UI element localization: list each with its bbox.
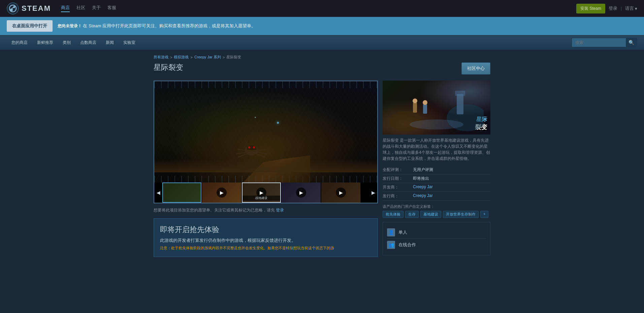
sec-nav-points[interactable]: 点数商店 [75, 35, 101, 50]
steam-icon [7, 2, 19, 15]
meta-review-value: 无用户评测 [413, 167, 433, 173]
thumbnail-3[interactable]: ▶ 战地建设 [242, 182, 281, 203]
top-bar: STEAM 商店 社区 关于 客服 安装 Steam 登录 | 语言 ▾ [0, 0, 644, 17]
sec-nav-fresh[interactable]: 新鲜推荐 [32, 35, 58, 50]
svg-point-3 [13, 6, 15, 8]
nav-community[interactable]: 社区 [76, 5, 85, 12]
game-right: 星际 裂变 星际裂变 是一款第一人称开放世界基地建设游戏，具有先进的战斗和大量的… [383, 81, 490, 257]
tag-more[interactable]: + [480, 211, 488, 218]
ground-glow [154, 159, 377, 172]
nav-store[interactable]: 商店 [61, 5, 70, 12]
thumb-scroll-right[interactable]: ▶ [369, 182, 377, 203]
screenshot-bg [154, 81, 377, 182]
breadcrumb-creepy-jar-series[interactable]: Creepy Jar 系列 [194, 55, 221, 60]
open-app-button[interactable]: 在桌面应用中打开 [7, 20, 53, 32]
secondary-nav: 您的商店 新鲜推荐 类别 点数商店 新闻 实验室 🔍 [0, 35, 644, 50]
meta-release-label: 发行日期： [383, 176, 410, 181]
tags-label: 该产品的热门用户自定义标签： [383, 204, 490, 209]
players-section: 👤 单人 👥 在线合作 [383, 222, 490, 255]
tag-base-building[interactable]: 基地建设 [420, 211, 441, 218]
login-link[interactable]: 登录 [609, 5, 617, 11]
publisher-link[interactable]: Creepy Jar [413, 193, 433, 198]
search-button[interactable]: 🔍 [626, 38, 637, 47]
game-layout: ◀ ▶ [154, 81, 490, 257]
secondary-nav-items: 您的商店 新鲜推荐 类别 点数商店 新闻 实验室 [7, 35, 570, 50]
svg-rect-17 [413, 103, 417, 113]
meta-developer-value: Creepy Jar [413, 184, 433, 190]
language-button[interactable]: 语言 ▾ [625, 5, 637, 11]
nav-support[interactable]: 客服 [107, 5, 116, 12]
particle-2 [255, 117, 256, 118]
early-access-title: 即将开启抢先体验 [160, 225, 372, 235]
search-input[interactable] [572, 38, 626, 47]
wishlist-login-link[interactable]: 登录 [276, 208, 284, 212]
breadcrumb-all-games[interactable]: 所有游戏 [154, 55, 168, 60]
meta-publisher: 发行商： Creepy Jar [383, 192, 490, 201]
thumb-play-5: ▶ [336, 188, 346, 198]
creature-svg [231, 135, 272, 162]
thumbnail-1[interactable] [162, 182, 201, 203]
sec-nav-news[interactable]: 新闻 [101, 35, 119, 50]
title-row: 星际裂变 社区中心 [154, 62, 490, 77]
game-meta: 全配评测： 无用户评测 发行日期： 即将推出 开发商： Creepy Jar [383, 166, 490, 201]
svg-rect-22 [455, 91, 465, 96]
game-left: ◀ ▶ [154, 81, 378, 257]
nav-about[interactable]: 关于 [92, 5, 101, 12]
svg-rect-19 [423, 104, 427, 114]
steam-logo-text: STEAM [22, 4, 51, 13]
top-nav: 商店 社区 关于 客服 [61, 5, 116, 12]
meta-developer-label: 开发商： [383, 184, 410, 190]
capsule-artwork [389, 84, 484, 131]
svg-point-18 [413, 98, 417, 103]
meta-release: 发行日期： 即将推出 [383, 174, 490, 183]
breadcrumb-simulation[interactable]: 模拟游戏 [174, 55, 189, 60]
developer-link[interactable]: Creepy Jar [413, 184, 433, 189]
tag-open-world[interactable]: 开放世界生存制作 [443, 211, 479, 218]
thumb-3-label: 战地建设 [243, 196, 280, 201]
svg-rect-21 [457, 94, 463, 114]
thumb-strip: ◀ ▶ [154, 182, 377, 203]
community-hub-button[interactable]: 社区中心 [461, 62, 490, 75]
search-box: 🔍 [572, 38, 637, 47]
breadcrumb: 所有游戏 > 模拟游戏 > Creepy Jar 系列 > 星际裂变 [154, 55, 490, 60]
meta-review-label: 全配评测： [383, 167, 410, 173]
game-capsule: 星际 裂变 [383, 81, 490, 135]
player-single: 👤 单人 [387, 226, 486, 239]
tag-survival[interactable]: 生存 [405, 211, 419, 218]
notification-text: 您尚未登录！ 在 Steam 应用中打开此页面即可关注、购买和查看所推荐的游戏，… [58, 23, 256, 29]
game-description: 星际裂变 是一款第一人称开放世界基地建设游戏，具有先进的战斗和大量的勘测活动。在… [383, 137, 490, 162]
early-access-note: 注意：处于抢先体验阶段的游戏内容并不完整且也许会发生变化。如果您不是特别想玩当前… [160, 246, 372, 251]
install-steam-button[interactable]: 安装 Steam [576, 4, 605, 13]
hex-border-top [154, 81, 377, 88]
player-online-coop: 👥 在线合作 [387, 239, 486, 251]
sec-nav-categories[interactable]: 类别 [58, 35, 75, 50]
thumbnails: ▶ ▶ 战地建设 [162, 182, 369, 203]
online-coop-label: 在线合作 [398, 242, 416, 248]
tags-row: 抢先体验 生存 基地建设 开放世界生存制作 + [383, 211, 490, 218]
thumbnail-5[interactable]: ▶ [321, 182, 360, 203]
early-access-subtitle: 此游戏的开发者打算发行仍在制作中的游戏，根据玩家反馈进行开发。 [160, 237, 372, 244]
steam-logo: STEAM [7, 2, 51, 15]
thumbnail-4[interactable]: ▶ [282, 182, 321, 203]
single-player-label: 单人 [398, 229, 407, 235]
meta-release-value: 即将推出 [413, 176, 429, 181]
meta-publisher-label: 发行商： [383, 193, 410, 199]
sec-nav-your-store[interactable]: 您的商店 [7, 35, 32, 50]
main-media: ◀ ▶ [154, 81, 378, 203]
svg-point-0 [7, 3, 19, 14]
sec-nav-lab[interactable]: 实验室 [119, 35, 140, 50]
thumbnail-2[interactable]: ▶ [202, 182, 241, 203]
svg-point-23 [410, 119, 463, 130]
single-player-icon: 👤 [387, 228, 395, 236]
wishlist-section: 想要将此项目添加至您的愿望单、关注它或将其标记为已忽略，请先 登录 [154, 207, 378, 213]
main-screenshot[interactable] [154, 81, 377, 182]
thumb-scroll-left[interactable]: ◀ [154, 182, 162, 203]
svg-point-13 [253, 146, 255, 148]
thumb-play-2: ▶ [217, 188, 227, 198]
tag-early-access[interactable]: 抢先体验 [383, 211, 404, 218]
meta-publisher-value: Creepy Jar [413, 193, 433, 199]
early-access-section: 即将开启抢先体验 此游戏的开发者打算发行仍在制作中的游戏，根据玩家反馈进行开发。… [154, 218, 378, 257]
top-bar-left: STEAM 商店 社区 关于 客服 [7, 2, 116, 15]
svg-point-20 [423, 100, 427, 105]
separator: | [621, 6, 622, 11]
